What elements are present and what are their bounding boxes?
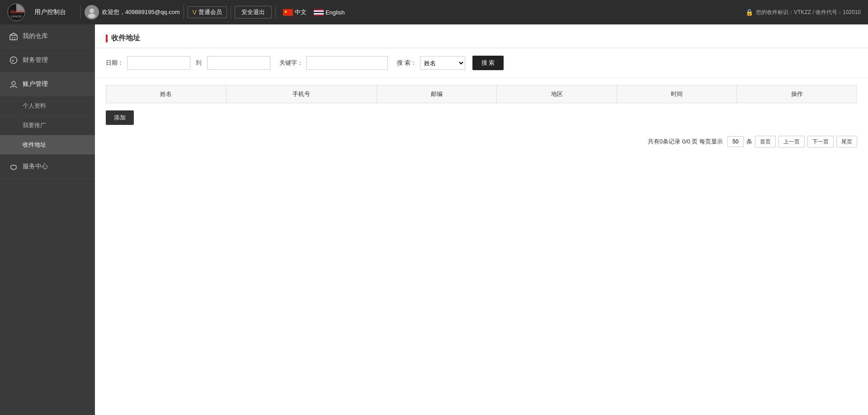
- flag-cn-icon: [283, 9, 293, 16]
- avatar: [85, 5, 99, 19]
- keyword-input[interactable]: [307, 56, 388, 70]
- sidebar: 我的仓库 ¥ 财务管理 账户管理 个人资料: [0, 24, 95, 415]
- next-page-button[interactable]: 下一页: [807, 136, 834, 148]
- search-button[interactable]: 搜 索: [472, 56, 504, 70]
- date-to-label: 到: [194, 59, 203, 67]
- sidebar-warehouse-label: 我的仓库: [23, 32, 48, 40]
- search-select[interactable]: 姓名 手机号 邮编: [420, 56, 465, 70]
- warehouse-label: 您的收件标识：VTKZZ / 收件代号：102010: [756, 9, 861, 16]
- search-bar: 日期： 到 关键字： 搜 索： 姓名 手机号 邮编 搜 索: [95, 48, 868, 78]
- divider-1: [80, 5, 81, 19]
- page-title-bar: 收件地址: [106, 33, 140, 43]
- sidebar-item-finance[interactable]: ¥ 财务管理: [0, 48, 95, 72]
- address-table: 姓名 手机号 邮编 地区 时间 操作: [106, 85, 857, 103]
- svg-point-4: [90, 9, 94, 13]
- page-title: 收件地址: [111, 33, 140, 43]
- col-zip: 邮编: [377, 86, 497, 103]
- sidebar-item-account[interactable]: 账户管理: [0, 72, 95, 96]
- svg-text:56SYS: 56SYS: [10, 10, 23, 14]
- col-name: 姓名: [106, 86, 226, 103]
- table-wrapper: 姓名 手机号 邮编 地区 时间 操作: [95, 78, 868, 110]
- svg-rect-6: [10, 35, 17, 40]
- divider-2: [184, 5, 184, 19]
- finance-nav-icon: ¥: [9, 56, 18, 65]
- page-header: 收件地址: [95, 24, 868, 48]
- divider-3: [231, 5, 231, 19]
- divider-4: [275, 5, 276, 19]
- title-accent: [106, 34, 108, 43]
- warehouse-nav-icon: [9, 32, 18, 41]
- sidebar-finance-label: 财务管理: [23, 56, 48, 64]
- user-info: 欢迎您，409889195@qq.com: [85, 5, 180, 19]
- warehouse-info: 🔒 您的收件标识：VTKZZ / 收件代号：102010: [745, 9, 861, 16]
- membership-label: 普通会员: [198, 8, 222, 16]
- search-select-label: 搜 索：: [397, 59, 416, 67]
- logo-icon: 56SYS 全量物流通: [7, 3, 25, 21]
- flag-th-icon: [314, 9, 324, 16]
- prev-page-button[interactable]: 上一页: [778, 136, 805, 148]
- lang-cn-button[interactable]: 中文: [279, 7, 310, 18]
- date-start-input[interactable]: [127, 56, 190, 70]
- svg-point-5: [88, 14, 95, 18]
- main-content: 收件地址 日期： 到 关键字： 搜 索： 姓名 手机号 邮编 搜 索: [95, 24, 868, 415]
- col-time: 时间: [617, 86, 737, 103]
- logo: 56SYS 全量物流通: [7, 3, 27, 21]
- logout-button[interactable]: 安全退出: [235, 6, 272, 19]
- lang-cn-label: 中文: [295, 8, 307, 16]
- sidebar-item-warehouse[interactable]: 我的仓库: [0, 24, 95, 48]
- svg-point-10: [12, 81, 15, 85]
- sidebar-promote-label: 我要推广: [23, 122, 46, 129]
- table-header-row: 姓名 手机号 邮编 地区 时间 操作: [106, 86, 857, 103]
- lang-en-label: English: [326, 9, 345, 16]
- sidebar-service-label: 服务中心: [23, 162, 48, 171]
- keyword-label: 关键字：: [279, 59, 303, 67]
- membership-badge[interactable]: V 普通会员: [188, 6, 227, 18]
- svg-rect-7: [12, 37, 15, 40]
- warehouse-icon: 🔒: [745, 9, 753, 16]
- lang-en-button[interactable]: English: [310, 8, 349, 17]
- pagination: 共有0条记录 0/0 页 每页显示 条 首页 上一页 下一页 尾页: [95, 130, 868, 153]
- per-page-unit: 条: [746, 138, 752, 146]
- control-panel-label: 用户控制台: [34, 8, 66, 16]
- sidebar-item-service[interactable]: 服务中心: [0, 155, 95, 179]
- add-button[interactable]: 添加: [106, 110, 134, 125]
- table-head: 姓名 手机号 邮编 地区 时间 操作: [106, 86, 857, 103]
- sidebar-sub-promote[interactable]: 我要推广: [0, 116, 95, 135]
- membership-icon: V: [193, 9, 197, 16]
- sidebar-sub-address[interactable]: 收件地址: [0, 135, 95, 155]
- date-end-input[interactable]: [207, 56, 270, 70]
- date-label: 日期：: [106, 59, 123, 67]
- sidebar-profile-label: 个人资料: [23, 102, 46, 109]
- first-page-button[interactable]: 首页: [755, 136, 776, 148]
- header: 56SYS 全量物流通 用户控制台 欢迎您，409889195@qq.com V…: [0, 0, 868, 24]
- service-nav-icon: [9, 162, 18, 171]
- sidebar-sub-profile[interactable]: 个人资料: [0, 96, 95, 116]
- svg-text:全量物流通: 全量物流通: [10, 15, 22, 18]
- sidebar-account-label: 账户管理: [23, 80, 48, 88]
- svg-text:¥: ¥: [11, 58, 14, 63]
- last-page-button[interactable]: 尾页: [836, 136, 857, 148]
- col-action: 操作: [737, 86, 857, 103]
- sidebar-address-label: 收件地址: [23, 141, 46, 148]
- account-nav-icon: [9, 80, 18, 89]
- per-page-input[interactable]: [727, 136, 744, 147]
- layout: 我的仓库 ¥ 财务管理 账户管理 个人资料: [0, 24, 868, 415]
- col-region: 地区: [497, 86, 617, 103]
- col-phone: 手机号: [226, 86, 377, 103]
- welcome-text: 欢迎您，409889195@qq.com: [102, 8, 180, 16]
- pagination-info: 共有0条记录 0/0 页 每页显示: [648, 138, 723, 146]
